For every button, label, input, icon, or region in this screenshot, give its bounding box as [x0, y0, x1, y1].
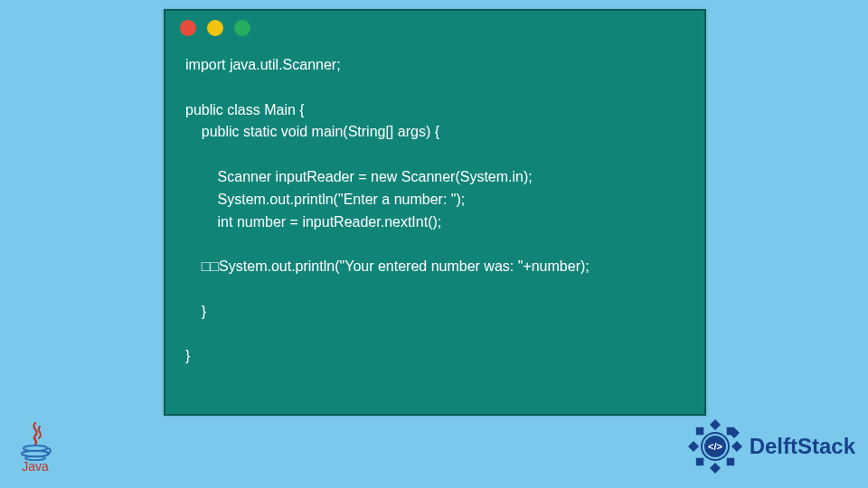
delftstack-emblem-icon: </> [686, 418, 744, 475]
java-logo: Java [14, 421, 56, 479]
code-window: import java.util.Scanner; public class M… [164, 9, 706, 416]
maximize-dot-icon [234, 20, 250, 36]
svg-text:</>: </> [708, 441, 722, 452]
close-dot-icon [180, 20, 196, 36]
delftstack-logo-label: DelftStack [750, 434, 855, 459]
delftstack-logo: </> DelftStack [686, 418, 855, 475]
java-cup-icon [17, 421, 53, 461]
window-titlebar [165, 11, 704, 45]
code-content: import java.util.Scanner; public class M… [165, 45, 704, 377]
minimize-dot-icon [207, 20, 223, 36]
java-logo-label: Java [22, 459, 49, 474]
